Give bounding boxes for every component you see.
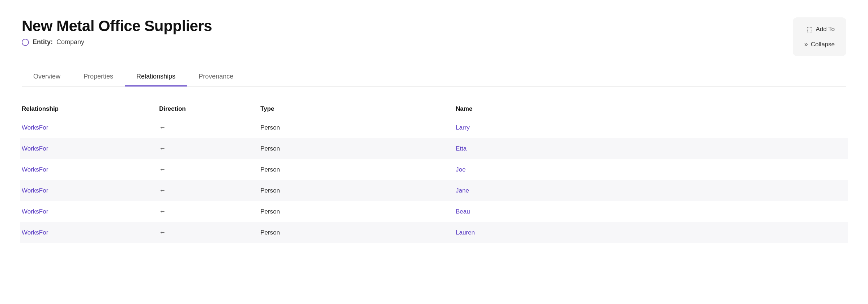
entity-value: Company	[56, 38, 84, 46]
tab-overview[interactable]: Overview	[22, 68, 72, 86]
cell-name[interactable]: Joe	[456, 166, 846, 173]
tabs-section: Overview Properties Relationships Proven…	[22, 68, 846, 86]
col-header-direction: Direction	[159, 105, 260, 113]
table-row: WorksFor ← Person Beau	[22, 201, 846, 222]
entity-circle-icon	[22, 39, 29, 46]
add-to-button[interactable]: ⬚ Add To	[804, 23, 838, 35]
cell-type: Person	[260, 166, 456, 173]
cell-type: Person	[260, 124, 456, 131]
cell-type: Person	[260, 208, 456, 215]
cell-type: Person	[260, 229, 456, 236]
cell-direction: ←	[159, 208, 260, 215]
cell-direction: ←	[159, 229, 260, 236]
col-header-relationship: Relationship	[22, 105, 159, 113]
cell-type: Person	[260, 187, 456, 194]
title-area: New Metal Office Suppliers Entity: Compa…	[22, 17, 212, 46]
table-row: WorksFor ← Person Jane	[20, 180, 848, 201]
collapse-button[interactable]: » Collapse	[801, 38, 838, 50]
entity-label: Entity: Company	[22, 38, 212, 46]
entity-key: Entity:	[33, 38, 53, 46]
cell-relationship[interactable]: WorksFor	[22, 124, 159, 131]
page-container: New Metal Office Suppliers Entity: Compa…	[0, 0, 868, 304]
header-section: New Metal Office Suppliers Entity: Compa…	[22, 17, 846, 56]
cell-name[interactable]: Lauren	[456, 229, 846, 236]
table-row: WorksFor ← Person Larry	[22, 117, 846, 138]
cell-relationship[interactable]: WorksFor	[22, 208, 159, 215]
table-body: WorksFor ← Person Larry WorksFor ← Perso…	[22, 117, 846, 243]
table-row: WorksFor ← Person Etta	[20, 138, 848, 159]
relationships-table: Relationship Direction Type Name WorksFo…	[22, 101, 846, 243]
tab-provenance[interactable]: Provenance	[187, 68, 245, 86]
cell-name[interactable]: Etta	[456, 145, 846, 152]
page-title: New Metal Office Suppliers	[22, 17, 212, 35]
col-header-name: Name	[456, 105, 846, 113]
cell-direction: ←	[159, 187, 260, 194]
cell-type: Person	[260, 145, 456, 152]
cell-direction: ←	[159, 145, 260, 152]
add-to-icon: ⬚	[807, 25, 813, 33]
table-row: WorksFor ← Person Joe	[22, 159, 846, 180]
col-header-type: Type	[260, 105, 456, 113]
action-buttons-panel: ⬚ Add To » Collapse	[793, 17, 846, 56]
cell-relationship[interactable]: WorksFor	[22, 145, 159, 152]
cell-name[interactable]: Beau	[456, 208, 846, 215]
cell-relationship[interactable]: WorksFor	[22, 166, 159, 173]
add-to-label: Add To	[816, 26, 835, 33]
cell-relationship[interactable]: WorksFor	[22, 229, 159, 236]
collapse-label: Collapse	[811, 41, 835, 48]
cell-name[interactable]: Jane	[456, 187, 846, 194]
cell-relationship[interactable]: WorksFor	[22, 187, 159, 194]
tab-properties[interactable]: Properties	[72, 68, 125, 86]
cell-name[interactable]: Larry	[456, 124, 846, 131]
table-row: WorksFor ← Person Lauren	[20, 222, 848, 243]
collapse-icon: »	[804, 41, 808, 48]
table-header: Relationship Direction Type Name	[22, 101, 846, 117]
cell-direction: ←	[159, 166, 260, 173]
tab-relationships[interactable]: Relationships	[125, 68, 187, 86]
cell-direction: ←	[159, 124, 260, 131]
